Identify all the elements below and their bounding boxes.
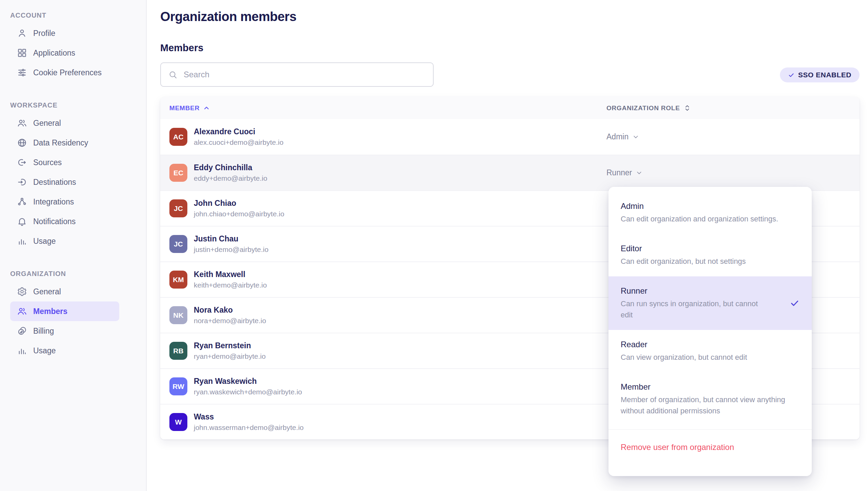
role-option-title: Admin [621, 201, 800, 211]
role-select[interactable]: Admin [606, 132, 639, 141]
check-icon [788, 72, 794, 78]
sidebar-item-sources[interactable]: Sources [10, 153, 119, 172]
members-toolbar: SSO ENABLED [160, 62, 860, 87]
destination-icon [17, 177, 27, 187]
gear-icon [17, 287, 27, 297]
sidebar-item-label: Sources [33, 158, 62, 167]
sidebar-item-applications[interactable]: Applications [10, 43, 119, 63]
users-icon [17, 306, 27, 316]
member-email: alex.cuoci+demo@airbyte.io [194, 138, 284, 146]
role-option-title: Editor [621, 243, 800, 254]
sidebar-item-billing[interactable]: Billing [10, 321, 119, 341]
sidebar-section-workspace: WORKSPACE [10, 101, 146, 109]
sliders-icon [17, 67, 27, 78]
page-title: Organization members [160, 9, 868, 24]
menu-divider [608, 429, 812, 430]
search-box[interactable] [160, 62, 434, 87]
sidebar-item-label: Cookie Preferences [33, 68, 102, 77]
settings-sidebar: ACCOUNT Profile Applications Cookie Pref… [0, 0, 147, 491]
chevron-down-icon [632, 133, 639, 140]
avatar: KM [169, 271, 187, 289]
sort-ascending-icon [203, 104, 210, 112]
sidebar-item-workspace-usage[interactable]: Usage [10, 231, 119, 251]
sidebar-item-label: Profile [33, 29, 55, 38]
role-option-member[interactable]: Member Member of organization, but canno… [608, 372, 812, 426]
sidebar-item-cookie-preferences[interactable]: Cookie Preferences [10, 63, 119, 82]
member-name: Alexandre Cuoci [194, 127, 284, 136]
sidebar-item-label: Usage [33, 346, 56, 355]
role-option-admin[interactable]: Admin Can edit organization and organiza… [608, 192, 812, 234]
sidebar-item-label: Destinations [33, 178, 76, 187]
table-row[interactable]: AC Alexandre Cuoci alex.cuoci+demo@airby… [160, 119, 860, 155]
coins-icon [17, 326, 27, 336]
role-select[interactable]: Runner [606, 168, 643, 177]
sso-enabled-badge: SSO ENABLED [780, 67, 860, 82]
member-email: john.chiao+demo@airbyte.io [194, 210, 284, 218]
sidebar-item-workspace-general[interactable]: General [10, 113, 119, 133]
role-option-description: Can view organization, but cannot edit [621, 352, 790, 363]
sidebar-item-label: Data Residency [33, 138, 88, 148]
member-name: Ryan Waskewich [194, 377, 302, 386]
sidebar-item-profile[interactable]: Profile [10, 23, 119, 43]
column-header-label: ORGANIZATION ROLE [606, 104, 680, 112]
role-option-title: Member [621, 382, 800, 392]
sidebar-item-members[interactable]: Members [10, 301, 119, 321]
sidebar-item-org-usage[interactable]: Usage [10, 341, 119, 360]
member-email: eddy+demo@airbyte.io [194, 174, 267, 182]
member-name: John Chiao [194, 199, 284, 208]
role-option-editor[interactable]: Editor Can edit organization, but not se… [608, 234, 812, 276]
avatar: JC [169, 235, 187, 253]
column-header-member[interactable]: MEMBER [160, 104, 606, 112]
bar-chart-icon [17, 236, 27, 246]
avatar: NK [169, 306, 187, 324]
avatar: RW [169, 377, 187, 395]
avatar: W [169, 413, 187, 431]
role-option-description: Member of organization, but cannot view … [621, 394, 790, 416]
sidebar-item-label: Usage [33, 237, 56, 246]
bell-icon [17, 216, 27, 227]
globe-icon [17, 138, 27, 148]
grid-icon [17, 48, 27, 58]
sidebar-section-account: ACCOUNT [10, 12, 146, 19]
role-option-runner[interactable]: Runner Can run syncs in organization, bu… [608, 276, 812, 330]
avatar: RB [169, 342, 187, 360]
sidebar-item-label: Notifications [33, 217, 76, 226]
role-option-description: Can edit organization, but not settings [621, 256, 790, 267]
member-email: john.wasserman+demo@airbyte.io [194, 424, 304, 432]
member-email: ryan+demo@airbyte.io [194, 352, 266, 360]
sidebar-item-notifications[interactable]: Notifications [10, 212, 119, 231]
sidebar-section-organization: ORGANIZATION [10, 270, 146, 278]
column-header-organization-role[interactable]: ORGANIZATION ROLE [606, 104, 860, 112]
sso-badge-label: SSO ENABLED [798, 71, 851, 79]
search-icon [168, 70, 178, 79]
remove-user-button[interactable]: Remove user from organization [608, 433, 746, 461]
member-name: Keith Maxwell [194, 270, 267, 279]
users-icon [17, 118, 27, 128]
role-option-title: Reader [621, 339, 800, 350]
sidebar-item-label: General [33, 287, 61, 296]
sidebar-item-label: Members [33, 307, 67, 316]
sidebar-item-label: Billing [33, 327, 54, 336]
table-row[interactable]: EC Eddy Chinchilla eddy+demo@airbyte.io … [160, 155, 860, 190]
check-icon [790, 298, 800, 308]
sidebar-item-destinations[interactable]: Destinations [10, 172, 119, 192]
member-name: Nora Kako [194, 306, 266, 315]
search-input[interactable] [184, 70, 426, 79]
sidebar-item-org-general[interactable]: General [10, 282, 119, 301]
avatar: AC [169, 128, 187, 146]
sidebar-item-integrations[interactable]: Integrations [10, 192, 119, 212]
sidebar-item-data-residency[interactable]: Data Residency [10, 133, 119, 153]
role-dropdown-menu: Admin Can edit organization and organiza… [608, 187, 812, 476]
user-icon [17, 28, 27, 38]
sidebar-item-label: General [33, 119, 61, 128]
avatar: JC [169, 199, 187, 217]
share-nodes-icon [17, 197, 27, 207]
bar-chart-icon [17, 346, 27, 356]
sidebar-item-label: Integrations [33, 197, 74, 207]
member-email: nora+demo@airbyte.io [194, 317, 266, 325]
member-name: Ryan Bernstein [194, 341, 266, 350]
role-option-description: Can edit organization and organization s… [621, 213, 790, 224]
role-option-reader[interactable]: Reader Can view organization, but cannot… [608, 330, 812, 372]
chevron-down-icon [636, 169, 643, 176]
members-heading: Members [160, 42, 868, 54]
